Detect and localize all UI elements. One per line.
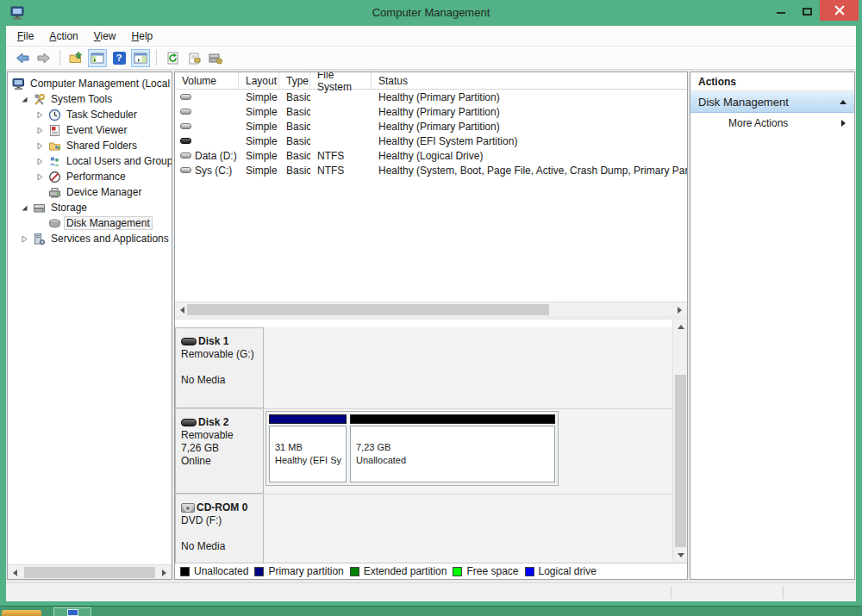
scroll-down-icon[interactable] xyxy=(673,548,687,563)
show-console-tree-icon[interactable] xyxy=(88,49,107,67)
volume-type: Basic xyxy=(279,150,310,162)
collapse-icon[interactable] xyxy=(840,100,846,104)
more-actions-item[interactable]: More Actions xyxy=(690,113,854,133)
help-icon[interactable]: ? xyxy=(109,49,128,67)
menu-view[interactable]: View xyxy=(86,27,124,46)
disk-row-cdrom0[interactable]: CD-ROM 0 DVD (F:) No Media xyxy=(175,495,672,563)
expander-collapsed-icon[interactable] xyxy=(34,156,46,167)
volume-layout: Simple xyxy=(239,150,279,162)
partition-color-bar xyxy=(350,414,555,424)
menu-file[interactable]: File xyxy=(9,27,41,46)
disk-icon xyxy=(181,419,197,426)
tree-item-disk-management[interactable]: Disk Management xyxy=(8,215,172,231)
forward-icon[interactable] xyxy=(34,49,53,67)
tree-item-event-viewer[interactable]: Event Viewer xyxy=(8,122,172,138)
tree-horizontal-scrollbar[interactable] xyxy=(8,564,172,579)
scrollbar-thumb[interactable] xyxy=(24,567,155,578)
scrollbar-thumb[interactable] xyxy=(187,304,549,315)
column-layout[interactable]: Layout xyxy=(239,72,279,89)
tree-item-system-tools[interactable]: System Tools xyxy=(8,91,172,107)
disk-status: No Media xyxy=(181,374,258,387)
expander-collapsed-icon[interactable] xyxy=(34,109,46,121)
desktop: Computer Management File Action View Hel… xyxy=(0,0,862,616)
partition-efi[interactable]: 31 MB Healthy (EFI Sy xyxy=(269,414,347,482)
tree-item-shared-folders[interactable]: Shared Folders xyxy=(8,138,172,153)
disk-size: 7,26 GB xyxy=(181,442,258,455)
disk2-label[interactable]: Disk 2 Removable 7,26 GB Online xyxy=(175,409,264,494)
tree-item-label: Performance xyxy=(64,170,128,184)
legend-label: Logical drive xyxy=(539,565,597,577)
back-icon[interactable] xyxy=(13,49,32,67)
scrollbar-thumb[interactable] xyxy=(675,375,686,547)
actions-group-label: Disk Management xyxy=(698,96,840,109)
volume-row[interactable]: Data (D:) Simple Basic NTFS Healthy (Log… xyxy=(175,148,687,163)
expander-expanded-icon[interactable] xyxy=(19,202,30,214)
expander-spacer xyxy=(34,218,46,229)
volume-row[interactable]: Simple Basic Healthy (Primary Partition) xyxy=(175,90,687,104)
tree-item-services-and-applications[interactable]: Services and Applications xyxy=(8,231,172,246)
disk1-content xyxy=(264,327,672,408)
volume-list-horizontal-scrollbar[interactable] xyxy=(175,302,687,316)
disk-view-vertical-scrollbar[interactable] xyxy=(672,320,687,563)
close-button[interactable] xyxy=(820,0,859,21)
tree-item-label: Shared Folders xyxy=(64,139,140,152)
volume-icon xyxy=(180,94,191,100)
maximize-button[interactable] xyxy=(794,0,820,21)
scroll-right-icon[interactable] xyxy=(672,302,687,317)
minimize-button[interactable] xyxy=(768,0,794,21)
expander-collapsed-icon[interactable] xyxy=(19,233,30,245)
scroll-left-icon[interactable] xyxy=(8,565,22,580)
partition-color-bar xyxy=(269,414,347,424)
disk-icon xyxy=(181,338,197,345)
tree-item-task-scheduler[interactable]: Task Scheduler xyxy=(8,107,172,122)
refresh-icon[interactable] xyxy=(163,49,182,67)
tree-item-label: Storage xyxy=(48,201,90,215)
volume-row[interactable]: Simple Basic Healthy (EFI System Partiti… xyxy=(175,134,687,148)
shared-folders-icon xyxy=(48,140,61,152)
cdrom-label[interactable]: CD-ROM 0 DVD (F:) No Media xyxy=(175,495,264,563)
column-status[interactable]: Status xyxy=(372,72,687,89)
show-action-pane-icon[interactable] xyxy=(131,49,150,67)
disk-row-disk2[interactable]: Disk 2 Removable 7,26 GB Online xyxy=(175,409,672,495)
expander-collapsed-icon[interactable] xyxy=(34,171,46,183)
tree-item-local-users-and-groups[interactable]: Local Users and Groups xyxy=(8,153,172,169)
disk-management-pane: Volume Layout Type File System Status Si… xyxy=(174,72,688,580)
partition-unallocated[interactable]: 7,23 GB Unallocated xyxy=(350,414,555,482)
tree-item-performance[interactable]: Performance xyxy=(8,169,172,184)
column-volume[interactable]: Volume xyxy=(175,72,239,89)
tree-item-device-manager[interactable]: Device Manager xyxy=(8,184,172,200)
expander-expanded-icon[interactable] xyxy=(19,94,30,105)
menu-help[interactable]: Help xyxy=(124,27,161,46)
expander-collapsed-icon[interactable] xyxy=(34,125,46,136)
column-file-system[interactable]: File System xyxy=(310,72,372,89)
disk-row-disk1[interactable]: Disk 1 Removable (G:) No Media xyxy=(175,327,672,409)
volume-status: Healthy (Primary Partition) xyxy=(372,106,687,118)
scroll-up-icon[interactable] xyxy=(673,320,687,334)
volume-row[interactable]: Simple Basic Healthy (Primary Partition) xyxy=(175,119,687,134)
status-divider xyxy=(671,586,671,599)
expander-spacer xyxy=(34,187,46,198)
scroll-right-icon[interactable] xyxy=(157,565,172,580)
export-list-icon[interactable] xyxy=(66,49,85,67)
expander-collapsed-icon[interactable] xyxy=(34,140,46,152)
volume-status: Healthy (Logical Drive) xyxy=(372,150,687,162)
toolbar-separator xyxy=(59,50,60,65)
volume-row[interactable]: Sys (C:) Simple Basic NTFS Healthy (Syst… xyxy=(175,163,687,177)
tree-item-computer-management[interactable]: Computer Management (Local xyxy=(8,76,172,91)
actions-group-disk-management[interactable]: Disk Management xyxy=(690,91,854,113)
legend-label: Free space xyxy=(466,565,518,577)
title-bar[interactable]: Computer Management xyxy=(0,0,862,26)
volume-layout: Simple xyxy=(239,165,279,177)
tree-item-label: Computer Management (Local xyxy=(28,77,172,90)
taskbar-window-button[interactable] xyxy=(53,607,91,616)
tree-item-storage[interactable]: Storage xyxy=(8,200,172,215)
disk-settings-icon[interactable] xyxy=(206,49,225,67)
volume-status: Healthy (EFI System Partition) xyxy=(372,135,687,147)
disk1-label[interactable]: Disk 1 Removable (G:) No Media xyxy=(175,327,264,408)
column-type[interactable]: Type xyxy=(279,72,310,89)
disk-name: Disk 2 xyxy=(198,416,228,429)
cdrom-content xyxy=(264,495,672,563)
properties-icon[interactable] xyxy=(184,49,203,67)
menu-action[interactable]: Action xyxy=(41,27,85,46)
volume-row[interactable]: Simple Basic Healthy (Primary Partition) xyxy=(175,104,687,119)
